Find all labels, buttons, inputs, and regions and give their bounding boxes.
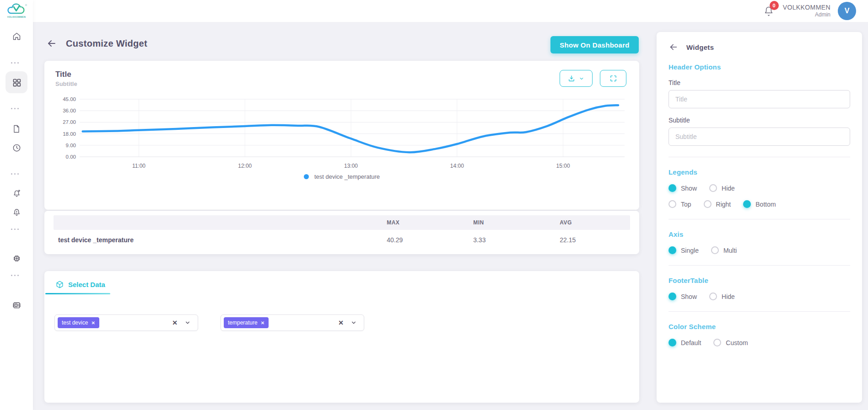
arrow-left-icon xyxy=(669,42,679,52)
download-icon xyxy=(567,75,576,83)
max-value-cell: 40.29 xyxy=(382,236,469,244)
radio-axis-single[interactable]: Single xyxy=(669,246,699,254)
sidebar-item-memory[interactable] xyxy=(5,294,27,316)
arrow-left-icon xyxy=(46,38,57,49)
radio-legends-right[interactable]: Right xyxy=(704,200,731,208)
notification-alert-icon xyxy=(12,208,22,217)
sidebar-separator-dots xyxy=(11,173,19,175)
avg-value-cell: 22.15 xyxy=(555,236,630,244)
radio-color-default[interactable]: Default xyxy=(669,339,701,346)
series-name-cell: test device _temperature xyxy=(54,236,382,244)
column-header-avg: AVG xyxy=(555,219,630,226)
clear-selection-icon[interactable]: ✕ xyxy=(172,319,178,326)
footer-table-options: Show Hide xyxy=(669,293,850,300)
notification-count-badge: 0 xyxy=(770,1,779,10)
sidebar-item-devices[interactable] xyxy=(5,247,27,269)
chip-remove-icon[interactable]: ✕ xyxy=(91,320,95,325)
section-heading-color-scheme: Color Scheme xyxy=(669,323,850,330)
user-name: VOLKKOMMEN xyxy=(783,3,830,11)
notifications-button[interactable]: 0 xyxy=(762,4,776,18)
sidebar: VOLKKOMMEN xyxy=(0,0,33,410)
cube-icon xyxy=(55,280,64,289)
clear-selection-icon[interactable]: ✕ xyxy=(338,319,344,326)
sidebar-item-widgets[interactable] xyxy=(5,71,27,93)
color-scheme-options: Default Custom xyxy=(669,339,850,346)
divider xyxy=(669,311,850,312)
legends-visibility-options: Show Hide xyxy=(669,184,850,192)
legends-position-options: Top Right Bottom xyxy=(669,200,850,208)
section-heading-legends: Legends xyxy=(669,168,850,176)
radio-dot xyxy=(669,184,676,192)
tab-active-underline xyxy=(45,293,110,294)
svg-text:18.00: 18.00 xyxy=(63,131,76,137)
notification-add-icon xyxy=(12,189,22,198)
footer-table-header: MAX MIN AVG xyxy=(54,215,630,230)
avatar[interactable]: V xyxy=(838,2,856,20)
document-icon xyxy=(12,124,21,133)
radio-dot xyxy=(669,293,676,300)
sidebar-separator-dots xyxy=(11,62,19,64)
svg-text:27.00: 27.00 xyxy=(63,119,76,125)
main-content: Customize Widget Show On Dashboard Title… xyxy=(33,22,868,410)
download-button[interactable] xyxy=(560,70,593,87)
device-multiselect[interactable]: test device ✕ ✕ xyxy=(54,314,198,331)
radio-legends-hide[interactable]: Hide xyxy=(709,184,735,192)
selected-chip: temperature ✕ xyxy=(224,317,269,328)
memory-module-icon xyxy=(12,300,22,310)
brand-logo[interactable]: VOLKKOMMEN xyxy=(5,3,28,18)
sidebar-item-notification-alert[interactable] xyxy=(5,201,27,223)
subtitle-input[interactable] xyxy=(669,128,850,146)
radio-dot xyxy=(669,200,676,208)
legend-label: test device _temperature xyxy=(314,173,380,180)
chart-actions xyxy=(560,70,626,87)
temperature-line-chart: 0.009.0018.0027.0036.0045.0011:0012:0013… xyxy=(55,94,628,172)
history-clock-icon xyxy=(12,143,22,153)
svg-text:45.00: 45.00 xyxy=(63,96,76,102)
chip-remove-icon[interactable]: ✕ xyxy=(261,320,264,325)
measure-multiselect[interactable]: temperature ✕ ✕ xyxy=(221,314,364,331)
radio-footertable-show[interactable]: Show xyxy=(669,293,697,300)
chart-legend[interactable]: test device _temperature xyxy=(55,173,628,180)
home-icon xyxy=(12,32,22,41)
cloud-logo-icon xyxy=(5,3,28,16)
tab-select-data-label: Select Data xyxy=(68,281,105,288)
topbar: 0 VOLKKOMMEN Admin V xyxy=(0,0,868,22)
widget-preview-card: Title Subtitle 0.009.0018.0027.0036.0045… xyxy=(44,61,639,210)
panel-back-button[interactable] xyxy=(669,42,679,52)
user-info: VOLKKOMMEN Admin xyxy=(783,3,830,19)
radio-dot xyxy=(709,184,717,192)
panel-title: Widgets xyxy=(686,43,714,51)
footer-table-card: MAX MIN AVG test device _temperature 40.… xyxy=(44,211,639,254)
chip-label: test device xyxy=(62,319,88,326)
radio-color-custom[interactable]: Custom xyxy=(713,339,748,346)
radio-legends-top[interactable]: Top xyxy=(669,200,691,208)
sidebar-item-home[interactable] xyxy=(5,25,27,47)
svg-text:13:00: 13:00 xyxy=(344,163,358,169)
radio-dot xyxy=(704,200,712,208)
chevron-down-icon[interactable] xyxy=(184,319,191,326)
radio-dot xyxy=(669,339,676,346)
title-input[interactable] xyxy=(669,90,850,108)
sidebar-separator-dots xyxy=(11,108,19,109)
svg-text:15:00: 15:00 xyxy=(556,163,570,169)
chevron-down-icon[interactable] xyxy=(350,319,357,326)
page-title: Customize Widget xyxy=(66,38,147,49)
panel-header: Widgets xyxy=(669,42,850,52)
sidebar-item-history[interactable] xyxy=(5,137,27,159)
radio-axis-multi[interactable]: Multi xyxy=(711,246,737,254)
page-back-button[interactable] xyxy=(45,37,59,50)
divider xyxy=(669,219,850,219)
fullscreen-button[interactable] xyxy=(600,70,626,87)
widget-subtitle: Subtitle xyxy=(55,80,628,87)
radio-footertable-hide[interactable]: Hide xyxy=(709,293,735,300)
show-on-dashboard-button[interactable]: Show On Dashboard xyxy=(550,36,639,53)
select-data-card: Select Data test device ✕ ✕ temperature … xyxy=(44,271,639,403)
data-selectors: test device ✕ ✕ temperature ✕ ✕ xyxy=(54,314,639,331)
section-heading-footer-table: FooterTable xyxy=(669,277,850,284)
svg-text:12:00: 12:00 xyxy=(238,163,252,169)
axis-options: Single Multi xyxy=(669,246,850,254)
svg-text:36.00: 36.00 xyxy=(63,108,76,113)
radio-legends-bottom[interactable]: Bottom xyxy=(743,200,776,208)
radio-legends-show[interactable]: Show xyxy=(669,184,697,192)
tab-select-data[interactable]: Select Data xyxy=(44,279,117,294)
